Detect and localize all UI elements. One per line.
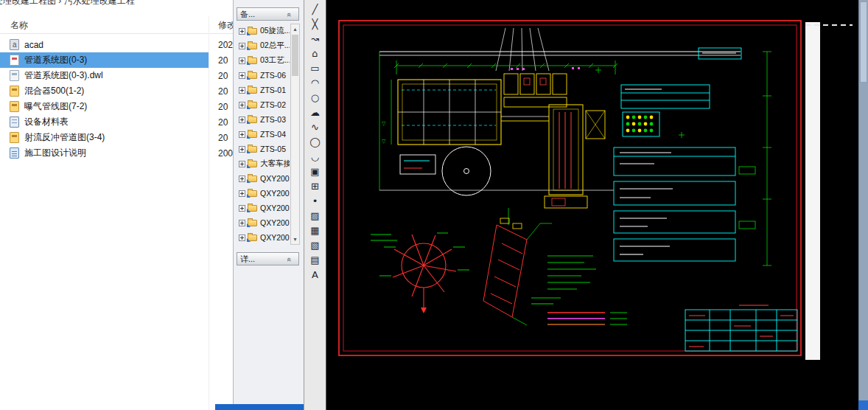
tree-item[interactable]: ZTS-01 [237, 83, 290, 97]
folder-icon [248, 205, 257, 212]
tool-circle[interactable]: ○ [304, 90, 326, 105]
file-name: 设备材料表 [24, 116, 69, 128]
expand-plus-icon[interactable] [239, 220, 245, 226]
file-row[interactable]: 管道系统图(0-3).dwl 20 [0, 68, 209, 83]
tree-item[interactable]: QXY200... [237, 186, 290, 201]
tool-rectangle[interactable]: ▭ [304, 60, 326, 75]
tool-arc[interactable]: ◠ [304, 75, 326, 90]
drawing-scrollbar[interactable] [858, 0, 868, 400]
folder-icon [248, 131, 257, 138]
file-icon [10, 117, 19, 128]
tool-region[interactable]: ▧ [304, 237, 326, 252]
tree-item[interactable]: QXY200... [237, 230, 290, 245]
tool-point[interactable]: • [304, 193, 326, 208]
expand-plus-icon[interactable] [239, 102, 245, 108]
tree-item[interactable]: ZTS-06 [237, 68, 290, 83]
tool-ellipse-arc[interactable]: ◡ [304, 149, 326, 164]
tree-scrollbar[interactable] [290, 24, 300, 245]
tool-polyline[interactable]: ↝ [304, 31, 326, 46]
expand-plus-icon[interactable] [239, 28, 245, 35]
file-modified-date: 20 [218, 117, 228, 128]
tool-insert-block[interactable]: ▣ [304, 164, 326, 178]
tool-make-block[interactable]: ⊞ [304, 178, 326, 193]
folder-icon [248, 117, 257, 123]
taskbar-strip [215, 404, 304, 410]
expand-plus-icon[interactable] [239, 161, 245, 167]
tool-revision-cloud[interactable]: ☁ [304, 105, 326, 119]
expand-plus-icon[interactable] [239, 117, 245, 123]
tree-item[interactable]: QXY200... [237, 201, 290, 215]
cad-viewport[interactable]: ▽ ▽ [326, 0, 868, 410]
file-row[interactable]: 混合器500(1-2) 20 [0, 83, 209, 99]
tool-line[interactable]: ╱ [304, 1, 326, 16]
file-row[interactable]: 曝气管线图(7-2) 20 [0, 99, 209, 114]
folder-icon [248, 43, 257, 49]
tool-table[interactable]: ▤ [304, 252, 326, 267]
expand-plus-icon[interactable] [239, 87, 245, 94]
tool-construction-line[interactable]: ╳ [304, 16, 326, 31]
folder-icon [248, 176, 257, 182]
expand-plus-icon[interactable] [239, 43, 245, 49]
folder-icon [248, 190, 257, 197]
tool-gradient[interactable]: ▦ [304, 223, 326, 237]
collapse-chevron-icon[interactable] [287, 254, 295, 263]
tree-item-label: 05旋流... [260, 26, 290, 36]
expand-plus-icon[interactable] [239, 205, 245, 212]
tool-polygon[interactable]: ⌂ [304, 46, 326, 60]
scroll-up-icon[interactable] [291, 24, 299, 34]
folder-icon [248, 58, 257, 64]
file-icon [10, 101, 19, 112]
file-row[interactable]: 设备材料表 20 [0, 114, 209, 130]
svg-text:▽: ▽ [382, 121, 386, 127]
collapse-chevron-icon[interactable] [287, 10, 295, 18]
breadcrumb[interactable]: 处理改建工程图 › 污水处理改建工程 [0, 0, 135, 7]
tree-item[interactable]: 02总平... [237, 38, 290, 53]
column-header-modified[interactable]: 修改日期 [218, 19, 233, 32]
tree-item[interactable]: ZTS-05 [237, 142, 290, 156]
expand-plus-icon[interactable] [239, 234, 245, 241]
tree-item[interactable]: ZTS-03 [237, 112, 290, 127]
tree-item[interactable]: 大客车接... [237, 156, 290, 171]
tool-ellipse[interactable]: ◯ [304, 134, 326, 149]
palette-header-bottom[interactable]: 详... [237, 252, 299, 265]
file-row[interactable]: 施工图设计说明 200 [0, 145, 209, 161]
folder-icon [248, 161, 257, 167]
palette-header-top[interactable]: 备... [237, 7, 299, 21]
file-modified-date: 20 [218, 133, 228, 143]
file-row[interactable]: 管道系统图(0-3) 20 [0, 52, 209, 68]
scroll-corner [858, 400, 868, 410]
column-header-name[interactable]: 名称 [10, 19, 28, 32]
expand-plus-icon[interactable] [239, 176, 245, 182]
expand-plus-icon[interactable] [239, 190, 245, 197]
tool-hatch[interactable]: ▨ [304, 208, 326, 223]
file-row[interactable]: acad 202 [0, 37, 209, 52]
tree-item[interactable]: ZTS-02 [237, 97, 290, 112]
file-row[interactable]: 射流反冲管道图(3-4) 20 [0, 130, 209, 145]
tool-spline[interactable]: ∿ [304, 119, 326, 134]
cad-canvas[interactable]: ▽ ▽ [326, 0, 858, 410]
folder-icon [248, 87, 257, 94]
expand-plus-icon[interactable] [239, 146, 245, 153]
palette-header-top-label: 备... [240, 9, 255, 20]
sheet-tree: 05旋流... 02总平... 03工艺... ZTS-06 ZTS-0 [237, 24, 290, 245]
file-icon [10, 132, 19, 143]
tree-item[interactable]: QXY200... [237, 171, 290, 186]
tree-item[interactable]: 03工艺... [237, 53, 290, 68]
tool-mtext[interactable]: A [304, 267, 326, 282]
expand-plus-icon[interactable] [239, 58, 245, 64]
file-modified-date: 200 [218, 148, 233, 159]
drawing-scrollbar-thumb[interactable] [860, 1, 867, 83]
tree-scrollbar-thumb[interactable] [292, 35, 298, 76]
folder-icon [248, 220, 257, 226]
svg-text:▽: ▽ [382, 139, 386, 145]
tree-item[interactable]: QXY200... [237, 215, 290, 230]
scroll-down-icon[interactable] [291, 234, 299, 244]
tree-item[interactable]: ZTS-04 [237, 127, 290, 142]
folder-icon [248, 28, 257, 35]
tree-item-label: ZTS-03 [260, 115, 286, 124]
tree-item[interactable]: 05旋流... [237, 24, 290, 38]
tree-item-label: ZTS-02 [260, 100, 286, 109]
expand-plus-icon[interactable] [239, 131, 245, 138]
expand-plus-icon[interactable] [239, 72, 245, 79]
file-explorer-panel: 处理改建工程图 › 污水处理改建工程 名称 修改日期 acad 202 管道系统… [0, 0, 233, 410]
